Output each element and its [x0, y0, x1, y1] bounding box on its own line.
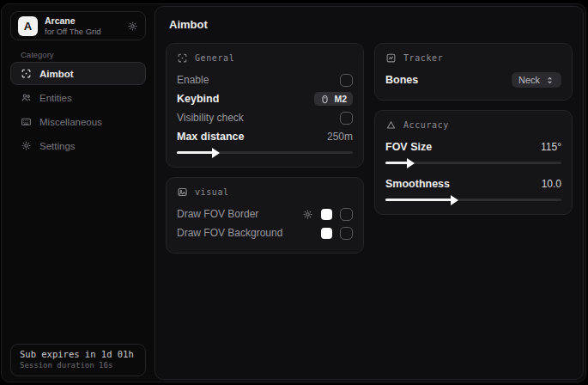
image-icon	[177, 186, 188, 198]
session-duration-text: Session duration 16s	[20, 361, 136, 370]
section-title: Accuracy	[403, 120, 449, 130]
fov-background-color-swatch[interactable]	[321, 228, 332, 239]
slider-thumb[interactable]	[407, 158, 415, 168]
sidebar-item-aimbot[interactable]: Aimbot	[10, 62, 146, 85]
keybind-button[interactable]: M2	[314, 92, 353, 106]
sidebar-item-miscellaneous[interactable]: Miscellaneous	[10, 110, 146, 133]
settings-gear-icon	[20, 140, 32, 151]
max-distance-value: 250m	[327, 131, 353, 143]
gear-icon[interactable]	[127, 21, 138, 32]
bones-select[interactable]: Neck	[512, 72, 561, 88]
triangle-icon	[385, 119, 397, 131]
smoothness-value: 10.0	[542, 178, 561, 190]
crosshair-icon	[20, 68, 32, 79]
fov-size-value: 115°	[541, 141, 561, 153]
main-panel: Aimbot General Enable	[155, 6, 584, 380]
sidebar: A Arcane for Off The Grid Category	[2, 4, 155, 382]
bones-selected-value: Neck	[518, 75, 540, 85]
sidebar-item-entities[interactable]: Entities	[10, 86, 146, 109]
sidebar-item-label: Entities	[39, 93, 72, 103]
tracker-chart-icon	[385, 52, 397, 64]
max-distance-slider[interactable]	[177, 151, 353, 154]
smoothness-label: Smoothness	[385, 178, 450, 190]
page-title: Aimbot	[155, 7, 583, 36]
visibility-check-checkbox[interactable]	[340, 112, 353, 125]
app-subtitle: for Off The Grid	[45, 27, 120, 37]
draw-fov-border-label: Draw FOV Border	[177, 208, 258, 220]
sidebar-nav: Aimbot Entities	[10, 62, 146, 158]
visual-section: visual Draw FOV Border	[166, 177, 364, 254]
fov-size-label: FOV Size	[385, 141, 432, 153]
sidebar-item-label: Miscellaneous	[39, 117, 102, 127]
slider-thumb[interactable]	[451, 195, 458, 205]
section-title: visual	[195, 187, 229, 197]
keybind-label: Keybind	[177, 93, 219, 105]
bones-label: Bones	[385, 74, 418, 86]
sidebar-item-settings[interactable]: Settings	[10, 134, 146, 157]
section-title: Tracker	[403, 53, 443, 63]
general-section: General Enable Keybind	[166, 43, 364, 168]
max-distance-label: Max distance	[177, 131, 245, 143]
app-logo-card: A Arcane for Off The Grid	[10, 11, 146, 40]
fov-border-color-swatch[interactable]	[321, 209, 332, 220]
app-logo: A	[18, 16, 38, 36]
draw-fov-background-label: Draw FOV Background	[177, 227, 282, 239]
general-crosshair-icon	[177, 52, 188, 64]
mouse-icon	[320, 95, 330, 104]
keybind-value: M2	[334, 94, 347, 104]
smoothness-slider[interactable]	[385, 199, 561, 201]
sidebar-item-label: Settings	[39, 141, 76, 151]
fov-size-slider[interactable]	[385, 162, 561, 164]
sidebar-item-label: Aimbot	[39, 69, 74, 79]
app-name: Arcane	[45, 15, 120, 27]
draw-fov-background-checkbox[interactable]	[340, 227, 353, 240]
chevron-up-down-icon	[545, 76, 555, 85]
fov-border-settings-gear-icon[interactable]	[302, 209, 313, 220]
visibility-check-label: Visibility check	[177, 112, 244, 124]
section-title: General	[195, 53, 234, 63]
enable-checkbox[interactable]	[340, 74, 353, 87]
draw-fov-border-checkbox[interactable]	[340, 208, 353, 221]
subscription-info-card: Sub expires in 1d 01h Session duration 1…	[10, 344, 146, 376]
entities-icon	[20, 92, 32, 103]
tracker-section: Tracker Bones Neck	[374, 43, 573, 101]
slider-thumb[interactable]	[212, 148, 220, 158]
category-label: Category	[21, 50, 54, 59]
accuracy-section: Accuracy FOV Size 115° Smoothness 10.0	[374, 110, 573, 215]
enable-label: Enable	[177, 74, 209, 86]
app-window: A Arcane for Off The Grid Category	[1, 3, 586, 382]
miscellaneous-icon	[20, 116, 32, 127]
sub-expires-text: Sub expires in 1d 01h	[20, 349, 136, 359]
